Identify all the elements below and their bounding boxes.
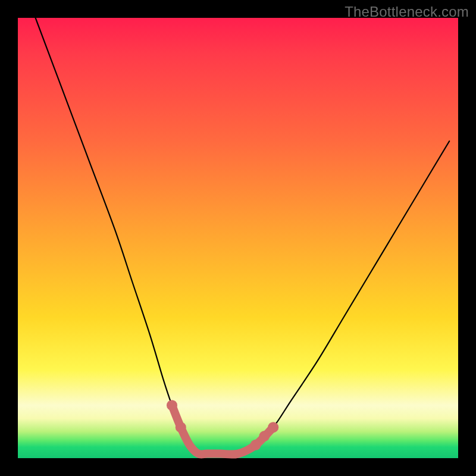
bottleneck-curve [36, 18, 450, 455]
highlight-bead [167, 400, 177, 411]
highlight-bead [250, 440, 261, 450]
chart-svg [18, 18, 458, 458]
highlight-bead [268, 422, 278, 433]
highlight-bead [259, 431, 270, 441]
chart-frame: TheBottleneck.com [0, 0, 476, 476]
watermark-text: TheBottleneck.com [345, 4, 469, 20]
highlight-bead [176, 422, 186, 433]
plot-area [18, 18, 458, 458]
